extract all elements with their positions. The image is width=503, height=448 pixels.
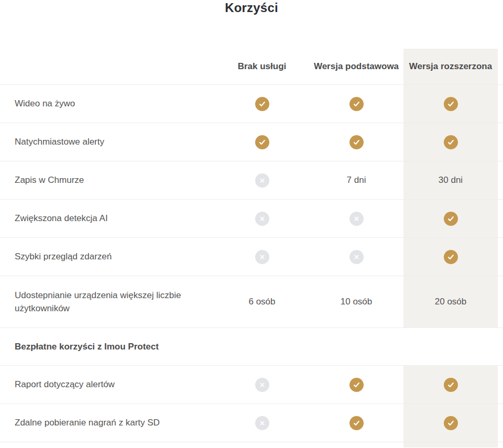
feature-label: Zwiększona detekcja AI <box>0 200 215 237</box>
value-cell <box>309 366 403 403</box>
value-cell: 30 dni <box>403 161 498 199</box>
partial-value-cell <box>403 442 498 447</box>
title-bar: Korzyści <box>0 0 503 49</box>
check-icon <box>349 416 364 430</box>
check-icon <box>255 135 269 149</box>
right-margin <box>498 238 503 276</box>
check-icon <box>444 250 458 264</box>
table-row: Szybki przegląd zdarzeń <box>0 238 503 276</box>
partial-value-cell <box>215 442 309 447</box>
table-row: Zapis w Chmurze7 dni30 dni <box>0 161 503 200</box>
feature-label-text: Raport dotyczący alertów <box>15 378 115 391</box>
feature-label-text: Natychmiastowe alerty <box>15 135 104 149</box>
table-row: Zdalne pobieranie nagrań z karty SD <box>0 404 503 442</box>
cross-icon <box>349 212 364 226</box>
feature-label: Raport dotyczący alertów <box>0 366 215 403</box>
check-icon <box>444 378 458 392</box>
value-cell <box>403 404 498 442</box>
right-margin <box>498 442 503 447</box>
value-cell <box>309 200 403 237</box>
page-title: Korzyści <box>225 1 278 15</box>
check-icon <box>444 135 458 149</box>
section-header-row: Bezpłatne korzyści z Imou Protect <box>0 328 503 366</box>
table-row: Natychmiastowe alerty <box>0 123 503 161</box>
cross-icon <box>255 250 269 264</box>
check-icon <box>349 97 364 111</box>
feature-label-text: Szybki przegląd zdarzeń <box>15 250 112 264</box>
value-cell <box>215 366 309 403</box>
check-icon <box>444 416 458 430</box>
feature-label: Udostepnianie urządzenia większej liczbi… <box>0 276 215 327</box>
check-icon <box>255 97 269 111</box>
header-empty-cell <box>0 49 215 84</box>
right-margin <box>498 85 503 123</box>
cross-icon <box>255 212 269 226</box>
value-cell: 7 dni <box>309 161 403 199</box>
value-text: 30 dni <box>439 175 463 185</box>
feature-label-text: Zapis w Chmurze <box>15 173 84 187</box>
value-cell <box>215 85 309 123</box>
column-header-3: Wersja rozszerzona <box>403 49 498 84</box>
value-cell <box>215 200 309 237</box>
value-cell <box>215 238 309 276</box>
right-margin <box>498 161 503 199</box>
value-text: 20 osób <box>435 297 467 307</box>
value-cell <box>309 85 403 123</box>
feature-label: Natychmiastowe alerty <box>0 123 215 161</box>
section-header-label: Bezpłatne korzyści z Imou Protect <box>0 328 503 365</box>
value-cell <box>403 238 498 276</box>
table-row: Raport dotyczący alertów <box>0 366 503 404</box>
column-header-2: Wersja podstawowa <box>309 49 403 84</box>
value-text: 6 osób <box>248 297 275 307</box>
right-margin <box>498 200 503 237</box>
feature-label: Zdalne pobieranie nagrań z karty SD <box>0 404 215 442</box>
table-row: Zwiększona detekcja AI <box>0 200 503 238</box>
partial-row <box>0 442 503 447</box>
feature-label-text: Udostepnianie urządzenia większej liczbi… <box>15 289 199 315</box>
table-header-row: Brak usługiWersja podstawowaWersja rozsz… <box>0 49 503 85</box>
check-icon <box>349 378 364 392</box>
value-cell <box>215 123 309 161</box>
check-icon <box>349 135 364 149</box>
value-cell <box>215 404 309 442</box>
feature-label-text: Zwiększona detekcja AI <box>15 212 108 225</box>
right-margin <box>498 49 503 84</box>
table-row: Udostepnianie urządzenia większej liczbi… <box>0 276 503 328</box>
cross-icon <box>255 378 269 392</box>
column-header-label: Wersja rozszerzona <box>409 61 492 72</box>
value-cell <box>309 404 403 442</box>
value-text: 7 dni <box>347 175 366 185</box>
right-margin <box>498 123 503 161</box>
feature-label: Wideo na żywo <box>0 85 215 123</box>
cross-icon <box>255 416 269 430</box>
feature-label: Zapis w Chmurze <box>0 161 215 199</box>
partial-value-cell <box>309 442 403 447</box>
value-cell <box>403 123 498 161</box>
value-cell <box>309 238 403 276</box>
comparison-table: Brak usługiWersja podstawowaWersja rozsz… <box>0 49 503 447</box>
value-cell: 20 osób <box>403 276 498 327</box>
right-margin <box>498 404 503 442</box>
value-cell <box>215 161 309 199</box>
value-cell <box>403 85 498 123</box>
feature-label-text: Zdalne pobieranie nagrań z karty SD <box>15 416 160 430</box>
column-header-label: Wersja podstawowa <box>314 61 399 72</box>
right-margin <box>498 366 503 403</box>
feature-label-text: Wideo na żywo <box>15 97 75 111</box>
check-icon <box>444 97 458 111</box>
value-cell <box>403 200 498 237</box>
feature-label: Szybki przegląd zdarzeń <box>0 238 215 276</box>
value-cell <box>309 123 403 161</box>
value-cell: 6 osób <box>215 276 309 327</box>
cross-icon <box>255 173 269 188</box>
value-cell: 10 osób <box>309 276 403 327</box>
column-header-label: Brak usługi <box>238 61 287 72</box>
right-margin <box>498 276 503 327</box>
table-row: Wideo na żywo <box>0 85 503 123</box>
column-header-1: Brak usługi <box>215 49 309 84</box>
check-icon <box>444 212 458 226</box>
value-text: 10 osób <box>341 297 373 307</box>
cross-icon <box>349 250 364 264</box>
partial-label-cell <box>0 442 215 447</box>
value-cell <box>403 366 498 403</box>
